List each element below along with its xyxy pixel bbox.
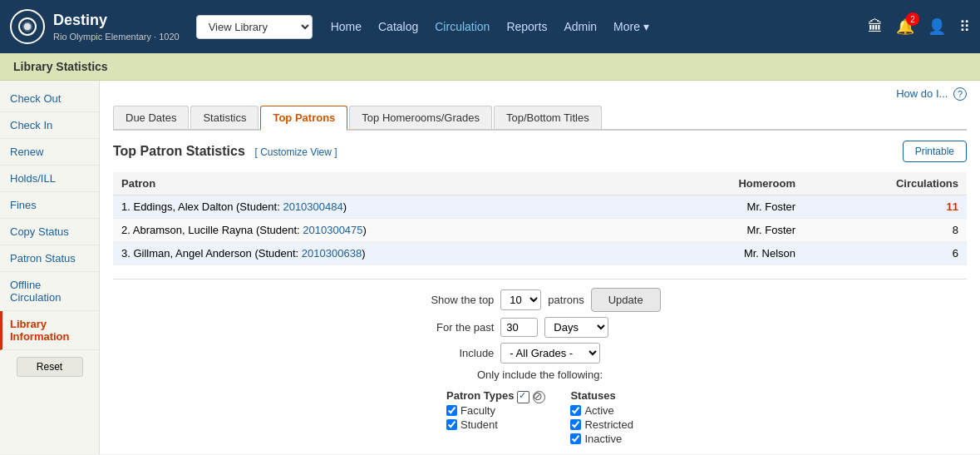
checkboxes-area: Patron Types Faculty Student Statuses	[446, 389, 633, 447]
inactive-checkbox[interactable]	[570, 433, 581, 444]
app-header: Destiny Rio Olympic Elementary · 1020 Vi…	[0, 0, 980, 53]
faculty-label: Faculty	[460, 404, 495, 417]
statuses-group: Statuses Active Restricted Inactive	[570, 389, 633, 447]
nav-circulation[interactable]: Circulation	[435, 17, 490, 37]
how-do-i-area: How do I... ?	[113, 87, 967, 101]
help-icon[interactable]: ?	[953, 87, 967, 101]
for-past-label: For the past	[419, 321, 494, 334]
tab-top-bottom-titles[interactable]: Top/Bottom Titles	[494, 106, 602, 129]
student-checkbox-item: Student	[446, 418, 545, 431]
sidebar-item-copy-status[interactable]: Copy Status	[0, 219, 99, 245]
for-past-row: For the past DaysWeeksMonths	[419, 317, 660, 338]
clear-all-patron-types-icon[interactable]	[533, 391, 545, 403]
controls-section: Show the top 1052050 patrons Update For …	[113, 279, 967, 454]
patron-types-title: Patron Types	[446, 389, 514, 402]
faculty-checkbox-item: Faculty	[446, 404, 545, 417]
notification-badge: 2	[906, 12, 919, 26]
sidebar-item-checkout[interactable]: Check Out	[0, 86, 99, 112]
show-top-select[interactable]: 1052050	[500, 289, 541, 310]
statuses-title: Statuses	[570, 389, 633, 402]
nav-catalog[interactable]: Catalog	[378, 17, 418, 37]
reset-button[interactable]: Reset	[17, 357, 83, 377]
sidebar-item-patron-status[interactable]: Patron Status	[0, 245, 99, 272]
sidebar-item-library-info[interactable]: Library Information	[0, 311, 99, 350]
inactive-checkbox-item: Inactive	[570, 433, 633, 445]
tab-top-patrons[interactable]: Top Patrons	[260, 106, 347, 131]
active-checkbox[interactable]	[570, 405, 581, 416]
patron-id-link-1[interactable]: 2010300484	[283, 200, 342, 213]
view-library-select[interactable]: View Library	[196, 15, 313, 39]
section-header: Top Patron Statistics [ Customize View ]…	[113, 141, 967, 162]
sub-header-title: Library Statistics	[13, 60, 108, 73]
nav-more[interactable]: More ▾	[613, 17, 649, 37]
student-label: Student	[460, 418, 498, 431]
sidebar-item-renew[interactable]: Renew	[0, 139, 99, 166]
patron-rank-1: 1.	[121, 200, 131, 213]
patrons-table: Patron Homeroom Circulations 1. Eddings,…	[113, 172, 967, 265]
main-content: How do I... ? Due Dates Statistics Top P…	[100, 81, 980, 454]
main-nav: Home Catalog Circulation Reports Admin M…	[331, 17, 858, 37]
logo-area: Destiny Rio Olympic Elementary · 1020	[10, 9, 180, 44]
nav-admin[interactable]: Admin	[564, 17, 597, 37]
col-homeroom: Homeroom	[653, 172, 805, 195]
user-icon[interactable]: 👤	[928, 17, 946, 36]
tab-due-dates[interactable]: Due Dates	[113, 106, 189, 129]
active-label: Active	[584, 404, 613, 417]
how-do-i-link[interactable]: How do I...	[896, 87, 948, 100]
patron-cell-3: 3. Gillman, Angel Anderson (Student: 201…	[113, 242, 653, 265]
nav-home[interactable]: Home	[331, 17, 362, 37]
update-button[interactable]: Update	[591, 288, 661, 312]
svg-point-1	[24, 23, 31, 30]
restricted-label: Restricted	[584, 418, 633, 431]
for-past-input[interactable]	[500, 318, 538, 337]
sidebar-item-fines[interactable]: Fines	[0, 192, 99, 219]
section-title-area: Top Patron Statistics [ Customize View ]	[113, 144, 337, 159]
logo-icon	[10, 9, 45, 44]
include-select[interactable]: - All Grades -	[500, 343, 600, 364]
printable-button[interactable]: Printable	[903, 141, 967, 162]
active-checkbox-item: Active	[570, 404, 633, 417]
app-name: Destiny	[53, 11, 180, 30]
include-row: Include - All Grades -	[419, 343, 660, 364]
page-layout: Check Out Check In Renew Holds/ILL Fines…	[0, 81, 980, 454]
grid-icon[interactable]: ⠿	[959, 17, 970, 36]
statistics-tabs: Due Dates Statistics Top Patrons Top Hom…	[113, 106, 967, 131]
student-checkbox[interactable]	[446, 419, 457, 430]
days-select[interactable]: DaysWeeksMonths	[544, 317, 608, 338]
bell-icon[interactable]: 🔔 2	[896, 17, 914, 36]
nav-reports[interactable]: Reports	[506, 17, 547, 37]
col-circulations: Circulations	[804, 172, 967, 195]
table-row: 2. Abramson, Lucille Rayna (Student: 201…	[113, 219, 967, 242]
restricted-checkbox[interactable]	[570, 419, 581, 430]
patron-id-link-3[interactable]: 2010300638	[302, 247, 362, 260]
tab-top-homerooms[interactable]: Top Homerooms/Grades	[349, 106, 492, 129]
customize-link[interactable]: [ Customize View ]	[254, 146, 337, 158]
sidebar-item-holds[interactable]: Holds/ILL	[0, 166, 99, 192]
sidebar: Check Out Check In Renew Holds/ILL Fines…	[0, 81, 100, 454]
sidebar-item-checkin[interactable]: Check In	[0, 112, 99, 139]
sub-header: Library Statistics	[0, 53, 980, 81]
restricted-checkbox-item: Restricted	[570, 418, 633, 431]
circ-cell-1: 11	[804, 195, 967, 219]
show-top-label: Show the top	[419, 294, 494, 306]
app-title-area: Destiny Rio Olympic Elementary · 1020	[53, 11, 180, 42]
circ-cell-2: 8	[804, 219, 967, 242]
patron-name-3: Gillman, Angel Anderson (Student:	[133, 247, 301, 260]
homeroom-cell-3: Mr. Nelson	[653, 242, 805, 265]
building-icon[interactable]: 🏛	[868, 18, 883, 36]
patron-id-link-2[interactable]: 2010300475	[303, 224, 362, 236]
header-icons: 🏛 🔔 2 👤 ⠿	[868, 17, 970, 36]
app-subtitle: Rio Olympic Elementary · 1020	[53, 31, 180, 42]
patrons-label: patrons	[548, 294, 584, 306]
select-all-patron-types-icon[interactable]	[517, 391, 529, 403]
table-row: 1. Eddings, Alex Dalton (Student: 201030…	[113, 195, 967, 219]
sidebar-item-offline[interactable]: Offline Circulation	[0, 272, 99, 311]
faculty-checkbox[interactable]	[446, 405, 457, 416]
table-row: 3. Gillman, Angel Anderson (Student: 201…	[113, 242, 967, 265]
col-patron: Patron	[113, 172, 653, 195]
tab-statistics[interactable]: Statistics	[190, 106, 259, 129]
show-top-row: Show the top 1052050 patrons Update	[419, 288, 660, 312]
patron-rank-3: 3.	[121, 247, 131, 260]
homeroom-cell-1: Mr. Foster	[653, 195, 805, 219]
patron-cell-1: 1. Eddings, Alex Dalton (Student: 201030…	[113, 195, 653, 219]
